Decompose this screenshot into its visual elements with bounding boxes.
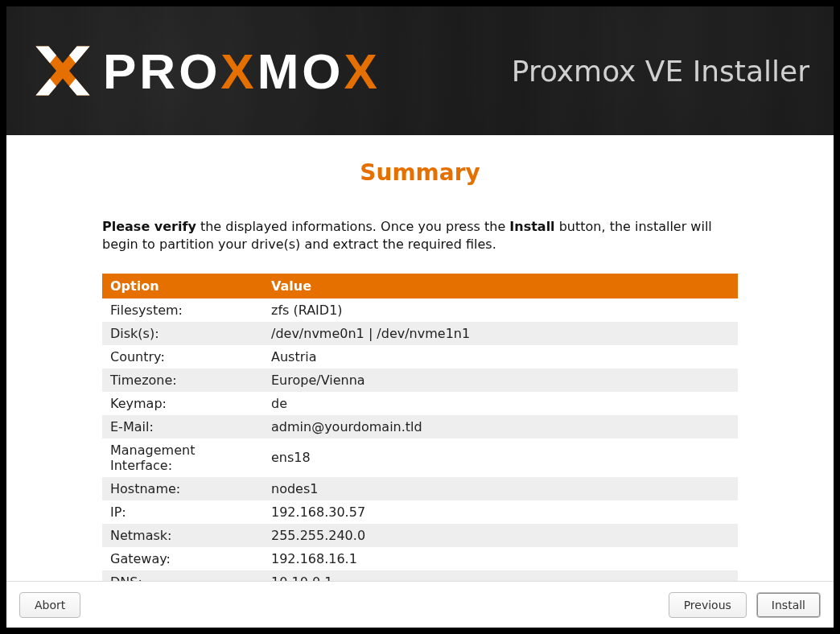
table-row: Filesystem:zfs (RAID1) <box>102 298 738 322</box>
cell-option: Filesystem: <box>102 298 263 322</box>
cell-option: Netmask: <box>102 524 263 547</box>
summary-table: Option Value Filesystem:zfs (RAID1)Disk(… <box>102 274 738 581</box>
cell-value: 192.168.30.57 <box>263 500 738 524</box>
intro-text: Please verify the displayed informations… <box>102 218 738 254</box>
brand-text: PROXMOX <box>103 43 381 100</box>
brand-logo: PROXMOX <box>31 39 381 103</box>
cell-value: 10.10.0.1 <box>263 570 738 581</box>
abort-button[interactable]: Abort <box>19 592 80 618</box>
table-row: Disk(s):/dev/nvme0n1 | /dev/nvme1n1 <box>102 322 738 345</box>
cell-value: ens18 <box>263 438 738 477</box>
cell-option: Timezone: <box>102 368 263 392</box>
intro-mid: the displayed informations. Once you pre… <box>196 219 509 234</box>
cell-option: Gateway: <box>102 547 263 570</box>
cell-value: Austria <box>263 345 738 368</box>
footer-right-group: Previous Install <box>669 592 821 618</box>
cell-option: IP: <box>102 500 263 524</box>
table-row: E-Mail:admin@yourdomain.tld <box>102 415 738 438</box>
cell-option: Country: <box>102 345 263 368</box>
col-header-option: Option <box>102 274 263 298</box>
col-header-value: Value <box>263 274 738 298</box>
cell-value: de <box>263 392 738 415</box>
table-row: Gateway:192.168.16.1 <box>102 547 738 570</box>
footer-bar: Abort Previous Install <box>6 581 834 628</box>
cell-value: Europe/Vienna <box>263 368 738 392</box>
table-row: Timezone:Europe/Vienna <box>102 368 738 392</box>
page-heading: Summary <box>6 159 834 186</box>
table-row: IP:192.168.30.57 <box>102 500 738 524</box>
content-area: Summary Please verify the displayed info… <box>6 135 834 581</box>
cell-value: nodes1 <box>263 477 738 500</box>
previous-button[interactable]: Previous <box>669 592 747 618</box>
installer-title: Proxmox VE Installer <box>512 55 809 88</box>
cell-option: DNS: <box>102 570 263 581</box>
install-button[interactable]: Install <box>756 592 821 618</box>
table-row: Keymap:de <box>102 392 738 415</box>
table-row: Netmask:255.255.240.0 <box>102 524 738 547</box>
cell-value: 192.168.16.1 <box>263 547 738 570</box>
cell-option: Management Interface: <box>102 438 263 477</box>
table-row: Management Interface:ens18 <box>102 438 738 477</box>
cell-option: Disk(s): <box>102 322 263 345</box>
table-row: Country:Austria <box>102 345 738 368</box>
cell-value: admin@yourdomain.tld <box>263 415 738 438</box>
cell-option: Hostname: <box>102 477 263 500</box>
intro-bold-verify: Please verify <box>102 219 196 234</box>
cell-value: 255.255.240.0 <box>263 524 738 547</box>
cell-option: Keymap: <box>102 392 263 415</box>
cell-value: zfs (RAID1) <box>263 298 738 322</box>
table-row: Hostname:nodes1 <box>102 477 738 500</box>
table-row: DNS:10.10.0.1 <box>102 570 738 581</box>
cell-value: /dev/nvme0n1 | /dev/nvme1n1 <box>263 322 738 345</box>
installer-window: PROXMOX Proxmox VE Installer Summary Ple… <box>0 0 840 634</box>
cell-option: E-Mail: <box>102 415 263 438</box>
header-banner: PROXMOX Proxmox VE Installer <box>6 6 834 135</box>
intro-bold-install: Install <box>509 219 554 234</box>
proxmox-x-icon <box>31 39 95 103</box>
